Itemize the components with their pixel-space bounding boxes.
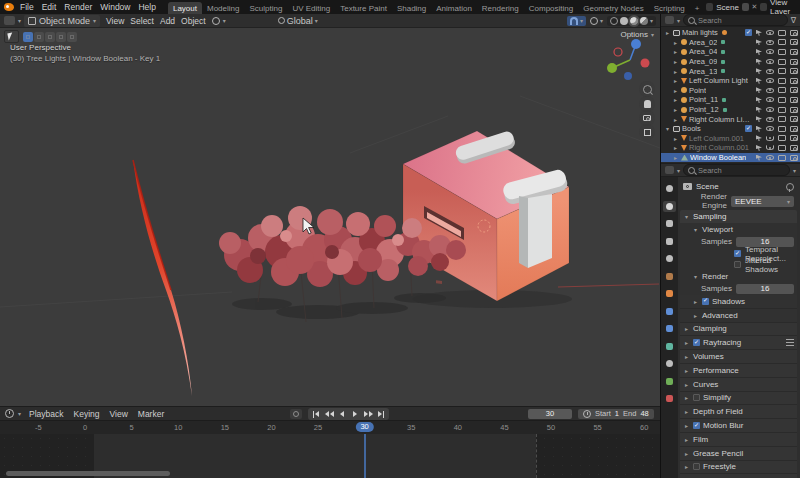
outliner-row-bools[interactable]: ▾Bools: [661, 124, 800, 134]
disable-viewport-toggle-icon[interactable]: [778, 68, 786, 74]
nav-gizmo[interactable]: [607, 39, 650, 80]
pin-icon[interactable]: [786, 183, 794, 191]
menu-render[interactable]: Render: [60, 2, 96, 12]
viewport-menu-view[interactable]: View: [103, 16, 127, 26]
transform-pivot-icon[interactable]: [212, 17, 220, 25]
workspace-tab-sculpting[interactable]: Sculpting: [244, 2, 287, 14]
timeline-menu-playback[interactable]: Playback: [25, 409, 68, 419]
panel-volumes[interactable]: ▸Volumes: [680, 350, 797, 364]
outliner-row-point-11[interactable]: ▸Point_11: [661, 95, 800, 105]
start-frame-field[interactable]: 1: [615, 409, 619, 418]
checkbox-unchecked[interactable]: [734, 261, 741, 268]
scene-name[interactable]: Scene: [716, 3, 739, 12]
workspace-tab-geometry-nodes[interactable]: Geometry Nodes: [578, 2, 648, 14]
disable-render-toggle-icon[interactable]: [790, 145, 798, 151]
disable-viewport-toggle-icon[interactable]: [778, 59, 786, 65]
hide-viewport-toggle-icon[interactable]: [766, 126, 774, 131]
properties-tab-physics[interactable]: [663, 341, 676, 352]
panel-film[interactable]: ▸Film: [680, 433, 797, 447]
panel-color-management[interactable]: ▸Color Management: [680, 474, 797, 478]
timeline-menu-marker[interactable]: Marker: [134, 409, 168, 419]
outliner-row-main-lights[interactable]: ▸Main lights: [661, 28, 800, 38]
selectable-toggle-icon[interactable]: [756, 30, 762, 36]
object-blade[interactable]: [133, 160, 192, 396]
disclosure-closed-icon[interactable]: ▸: [672, 39, 679, 46]
playhead-line[interactable]: [364, 434, 366, 478]
disclosure-closed-icon[interactable]: ▸: [672, 96, 679, 103]
outliner-row-point[interactable]: ▸Point: [661, 86, 800, 96]
editor-type-icon[interactable]: [4, 16, 15, 25]
properties-tab-particles[interactable]: [663, 323, 676, 334]
prev-keyframe-button[interactable]: [323, 409, 335, 419]
hide-viewport-toggle-icon[interactable]: [766, 49, 774, 54]
properties-tab-world[interactable]: [663, 271, 676, 282]
outliner-row-left-column-light[interactable]: ▸Left Column Light: [661, 76, 800, 86]
disable-viewport-toggle-icon[interactable]: [778, 135, 786, 141]
current-frame-field[interactable]: 30: [528, 409, 572, 419]
properties-search-input[interactable]: Search: [683, 164, 790, 176]
filter-funnel-icon[interactable]: ∇: [791, 16, 796, 25]
outliner-search-input[interactable]: Search: [683, 14, 788, 26]
hide-viewport-toggle-icon[interactable]: [766, 97, 774, 102]
disable-viewport-toggle-icon[interactable]: [778, 39, 786, 45]
hide-viewport-toggle-icon[interactable]: [766, 136, 774, 141]
outliner-row-area-09[interactable]: ▸Area_09: [661, 57, 800, 67]
timeline-editor-arrow[interactable]: ▾: [18, 410, 21, 417]
hide-viewport-toggle-icon[interactable]: [766, 88, 774, 93]
auto-keyframe-toggle[interactable]: [290, 409, 302, 419]
panel-freestyle[interactable]: ▸Freestyle: [680, 461, 797, 475]
shading-dropdown-arrow[interactable]: ▾: [650, 17, 653, 24]
properties-tab-render[interactable]: [663, 201, 676, 212]
properties-tab-object[interactable]: [663, 288, 676, 299]
end-frame-field[interactable]: 48: [640, 409, 648, 418]
field-value[interactable]: 16: [736, 284, 794, 294]
play-reverse-button[interactable]: [336, 409, 348, 419]
use-preview-range-icon[interactable]: [583, 410, 591, 418]
timeline-editor-icon[interactable]: [5, 409, 14, 418]
disable-viewport-toggle-icon[interactable]: [778, 126, 786, 132]
pivot-dropdown-arrow[interactable]: ▾: [223, 17, 226, 24]
panel-grease-pencil[interactable]: ▸Grease Pencil: [680, 447, 797, 461]
timeline-menu-view[interactable]: View: [106, 409, 132, 419]
properties-tab-scene[interactable]: [663, 253, 676, 264]
solid-shading-icon[interactable]: [620, 17, 628, 25]
timeline-scrollbar[interactable]: [6, 471, 170, 476]
section-sampling[interactable]: ▾Sampling: [680, 210, 797, 223]
timeline-menu-keying[interactable]: Keying: [70, 409, 104, 419]
disclosure-closed-icon[interactable]: ▸: [672, 87, 679, 94]
disable-viewport-toggle-icon[interactable]: [778, 116, 786, 122]
viewport-menu-select[interactable]: Select: [127, 16, 157, 26]
disable-viewport-toggle-icon[interactable]: [778, 97, 786, 103]
tool-select-box-icon[interactable]: [23, 32, 33, 42]
workspace-tab-layout[interactable]: Layout: [168, 2, 202, 14]
disable-render-toggle-icon[interactable]: [790, 107, 798, 113]
disable-render-toggle-icon[interactable]: [790, 68, 798, 74]
hide-viewport-toggle-icon[interactable]: [766, 78, 774, 83]
disable-render-toggle-icon[interactable]: [790, 49, 798, 55]
tool-rotate-icon[interactable]: [56, 32, 66, 42]
disclosure-closed-icon[interactable]: ▸: [672, 58, 679, 65]
disable-viewport-toggle-icon[interactable]: [778, 49, 786, 55]
properties-editor-icon[interactable]: [665, 166, 674, 174]
selectable-toggle-icon[interactable]: [756, 87, 762, 93]
disclosure-closed-icon[interactable]: ▸: [672, 106, 679, 113]
hide-viewport-toggle-icon[interactable]: [766, 30, 774, 35]
selectable-toggle-icon[interactable]: [756, 97, 762, 103]
panel-curves[interactable]: ▸Curves: [680, 378, 797, 392]
tool-move-icon[interactable]: [45, 32, 55, 42]
disable-viewport-toggle-icon[interactable]: [778, 87, 786, 93]
collection-checkbox[interactable]: [745, 125, 752, 132]
disable-render-toggle-icon[interactable]: [790, 126, 798, 132]
workspace-tab-texture-paint[interactable]: Texture Paint: [335, 2, 392, 14]
render-engine-dropdown[interactable]: EEVEE▾: [731, 196, 794, 207]
panel-performance[interactable]: ▸Performance: [680, 364, 797, 378]
disable-viewport-toggle-icon[interactable]: [778, 107, 786, 113]
disable-viewport-toggle-icon[interactable]: [778, 78, 786, 84]
disable-render-toggle-icon[interactable]: [790, 87, 798, 93]
outliner-row-point-12[interactable]: ▸Point_12: [661, 105, 800, 115]
hide-viewport-toggle-icon[interactable]: [766, 145, 774, 150]
viewport-menu-add[interactable]: Add: [157, 16, 178, 26]
disclosure-closed-icon[interactable]: ▸: [672, 135, 679, 142]
outliner-row-area-02[interactable]: ▸Area_02: [661, 38, 800, 48]
disclosure-closed-icon[interactable]: ▸: [672, 116, 679, 123]
